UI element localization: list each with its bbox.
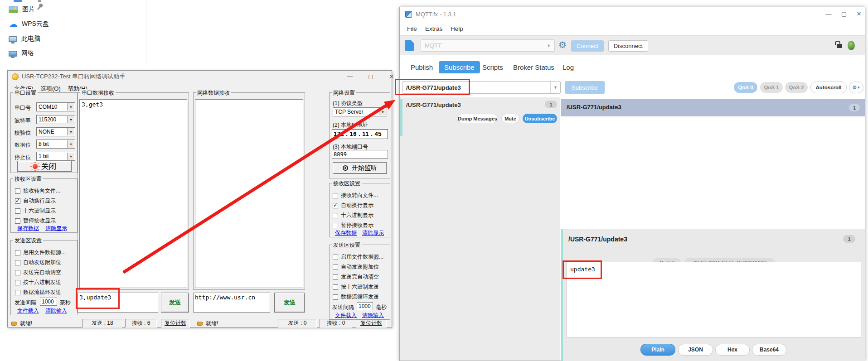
autoscroll-pill[interactable]: Autoscroll bbox=[810, 82, 847, 93]
mqtt-close-button[interactable]: ✕ bbox=[853, 10, 865, 18]
stop-bits-select[interactable]: 1 bit ▼ bbox=[36, 152, 75, 161]
start-listen-button[interactable]: 开始监听 bbox=[333, 162, 387, 174]
dropdown-arrow-icon[interactable]: ▼ bbox=[67, 153, 74, 160]
dropdown-arrow-icon[interactable]: ▼ bbox=[67, 128, 74, 135]
checkbox-clear-after-send[interactable]: 发送完自动清空 bbox=[15, 269, 61, 276]
connection-settings-gear-icon[interactable]: ⚙ bbox=[558, 39, 567, 50]
mqtt-maximize-button[interactable]: ▢ bbox=[838, 10, 850, 18]
serial-recv-count: 接收 : 6 bbox=[125, 319, 157, 327]
clear-input-link[interactable]: 清除输入 bbox=[45, 307, 67, 315]
serial-reset-count[interactable]: 复位计数 bbox=[161, 319, 190, 327]
net-send-button[interactable]: 发送 bbox=[274, 293, 305, 313]
checkbox-pause-recv[interactable]: 暂停接收显示 bbox=[15, 217, 56, 225]
load-file-link[interactable]: 文件载入 bbox=[17, 307, 39, 315]
clear-input-link[interactable]: 清除输入 bbox=[362, 312, 384, 319]
load-file-link[interactable]: 文件载入 bbox=[335, 312, 357, 319]
checkbox-send-as-hex[interactable]: 按十六进制发送 bbox=[15, 279, 61, 286]
disconnect-button[interactable]: Disconnect bbox=[608, 40, 648, 52]
subscribe-settings-gear-icon[interactable]: ⚙▼ bbox=[849, 82, 863, 93]
checkbox-auto-wrap[interactable]: ✓ 自动换行显示 bbox=[15, 197, 56, 205]
net-recv-area[interactable] bbox=[195, 99, 303, 288]
local-port-input[interactable]: 8899 bbox=[332, 150, 388, 159]
checkbox-auto-wrap[interactable]: ✓ 自动换行显示 bbox=[333, 202, 373, 209]
dropdown-arrow-icon[interactable]: ▼ bbox=[67, 140, 74, 148]
subscribe-topic-input[interactable]: /USR-G771/update3 ▼ bbox=[402, 81, 561, 94]
dropdown-arrow-icon[interactable]: ▼ bbox=[67, 116, 74, 123]
group-title: 网络设置 bbox=[332, 89, 356, 97]
usr-close-button[interactable]: ✕ bbox=[385, 72, 398, 81]
sidebar-item-this-pc[interactable]: 此电脑 bbox=[9, 34, 40, 44]
clear-display-link[interactable]: 清除显示 bbox=[362, 229, 384, 237]
mqtt-menu-file[interactable]: File bbox=[407, 25, 417, 32]
usr-app-icon bbox=[12, 73, 19, 80]
checkbox-auto-send-append[interactable]: 自动发送附加位 bbox=[333, 263, 379, 271]
net-reset-count[interactable]: 复位计数 bbox=[356, 319, 387, 327]
serial-send-input[interactable]: 3,update3 bbox=[78, 293, 158, 313]
format-plain-pill[interactable]: Plain bbox=[640, 344, 675, 356]
format-hex-pill[interactable]: Hex bbox=[715, 344, 750, 356]
serial-port-select[interactable]: COM10 ▼ bbox=[36, 102, 75, 111]
subscribe-button[interactable]: Subscribe bbox=[565, 81, 605, 94]
usr-minimize-button[interactable]: — bbox=[343, 72, 357, 81]
dropdown-arrow-icon[interactable]: ▼ bbox=[67, 103, 74, 111]
send-interval-input[interactable]: 1000 bbox=[40, 298, 57, 306]
serial-send-button[interactable]: 发送 bbox=[161, 293, 189, 313]
tab-scripts[interactable]: Scripts bbox=[481, 61, 504, 73]
mqtt-minimize-button[interactable]: — bbox=[823, 10, 834, 18]
checkbox-send-as-hex[interactable]: 按十六进制发送 bbox=[333, 283, 379, 291]
data-bits-select[interactable]: 8 bit ▼ bbox=[36, 140, 75, 149]
tab-publish[interactable]: Publish bbox=[410, 61, 434, 73]
mqtt-menu-extras[interactable]: Extras bbox=[425, 25, 442, 32]
checkbox-recv-to-file[interactable]: 接收转向文件... bbox=[333, 192, 378, 199]
connect-button[interactable]: Connect bbox=[571, 40, 604, 52]
protocol-select[interactable]: TCP Server ▼ bbox=[333, 107, 387, 116]
serial-close-button[interactable]: 关闭 bbox=[17, 161, 72, 172]
sidebar-item-wps-cloud[interactable]: ☁ WPS云盘 bbox=[9, 19, 49, 29]
selected-row-count-badge: 1 bbox=[849, 104, 860, 111]
checkbox-clear-after-send[interactable]: 发送完自动清空 bbox=[333, 273, 379, 281]
save-data-link[interactable]: 保存数据 bbox=[335, 229, 357, 237]
format-json-pill[interactable]: JSON bbox=[678, 344, 713, 356]
profile-file-icon[interactable] bbox=[405, 40, 414, 51]
topic-dropdown-arrow-icon[interactable]: ▼ bbox=[550, 82, 560, 93]
selected-message-row[interactable]: /USR-G771/update3 1 bbox=[561, 99, 865, 116]
checkbox-pause-recv[interactable]: 暂停接收显示 bbox=[333, 221, 373, 229]
checkbox-label: 十六进制显示 bbox=[341, 212, 373, 219]
checkbox-recv-to-file[interactable]: 接收转向文件... bbox=[15, 187, 60, 195]
checkbox-hex-display[interactable]: 十六进制显示 bbox=[15, 207, 56, 215]
baud-rate-select[interactable]: 115200 ▼ bbox=[36, 115, 75, 124]
tab-log[interactable]: Log bbox=[562, 61, 575, 73]
profile-combo[interactable]: MQTT ▼ bbox=[421, 39, 555, 52]
stop-bits-value: 1 bit bbox=[39, 153, 49, 159]
checkbox-loop-send[interactable]: 数据流循环发送 bbox=[333, 293, 379, 301]
checkbox-hex-display[interactable]: 十六进制显示 bbox=[333, 212, 373, 219]
net-send-input[interactable]: http://www.usr.cn bbox=[193, 293, 270, 313]
serial-recv-area[interactable]: 3,get3 bbox=[79, 99, 187, 288]
sidebar-item-pictures[interactable]: 图片 bbox=[9, 5, 35, 14]
dropdown-arrow-icon[interactable]: ▼ bbox=[379, 108, 386, 116]
subscription-topic[interactable]: /USR-G771/update3 bbox=[406, 101, 461, 108]
qos0-pill[interactable]: QoS 0 bbox=[734, 82, 757, 93]
send-interval-input[interactable]: 1000 bbox=[357, 302, 373, 310]
mute-button[interactable]: Mute bbox=[501, 114, 519, 123]
format-base64-pill[interactable]: Base64 bbox=[752, 344, 786, 356]
usr-maximize-button[interactable]: ▢ bbox=[364, 72, 378, 81]
checkbox-loop-send[interactable]: 数据流循环发送 bbox=[15, 289, 61, 296]
dropdown-arrow-icon[interactable]: ▼ bbox=[547, 43, 551, 48]
qos1-pill[interactable]: QoS 1 bbox=[760, 82, 783, 93]
mqtt-menu-help[interactable]: Help bbox=[451, 25, 463, 32]
clear-display-link[interactable]: 清除显示 bbox=[45, 225, 67, 232]
unsubscribe-button[interactable]: Unsubscribe bbox=[523, 114, 557, 123]
checkbox-file-datasource[interactable]: 启用文件数据源... bbox=[333, 253, 383, 261]
message-payload-area[interactable]: update3 bbox=[567, 262, 861, 338]
dump-messages-button[interactable]: Dump Messages bbox=[457, 114, 498, 123]
checkbox-auto-send-append[interactable]: 自动发送附加位 bbox=[15, 259, 61, 266]
qos2-pill[interactable]: QoS 2 bbox=[785, 82, 808, 93]
tab-broker-status[interactable]: Broker Status bbox=[512, 61, 555, 73]
save-data-link[interactable]: 保存数据 bbox=[17, 225, 39, 232]
tab-subscribe[interactable]: Subscribe bbox=[439, 61, 480, 73]
sidebar-item-network[interactable]: 网络 bbox=[9, 48, 34, 58]
local-ip-input[interactable]: 172 . 16 . 11 . 45 bbox=[332, 129, 388, 139]
parity-select[interactable]: NONE ▼ bbox=[36, 127, 75, 136]
checkbox-file-datasource[interactable]: 启用文件数据源... bbox=[15, 249, 66, 256]
